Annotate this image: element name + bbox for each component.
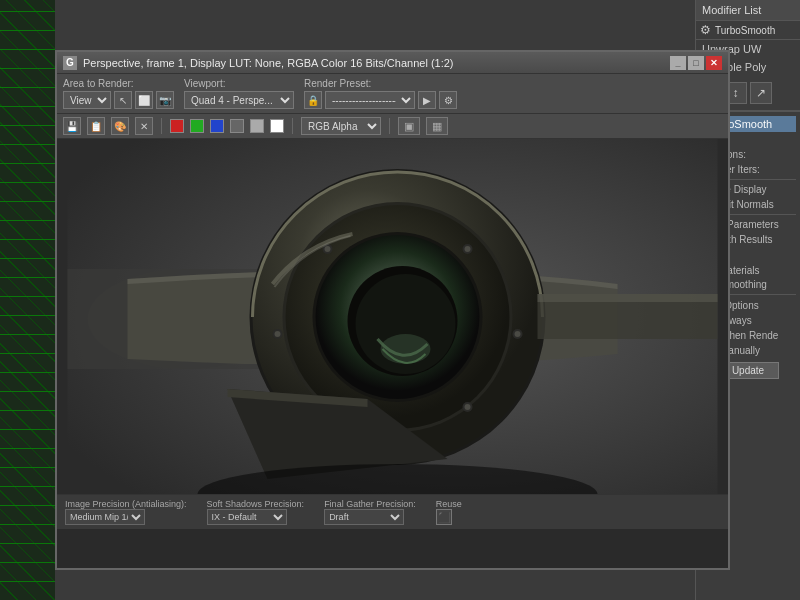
render-preset-label: Render Preset: [304,78,457,89]
render-canvas [57,139,728,494]
image-precision-label: Image Precision (Antialiasing): [65,499,187,509]
gear-icon[interactable]: ⚙ [700,23,711,37]
copy-icon-btn[interactable]: 📋 [87,117,105,135]
final-gather-select[interactable]: Draft [324,509,404,525]
color-icon-btn[interactable]: 🎨 [111,117,129,135]
blue-dot[interactable] [210,119,224,133]
viewport-label: Viewport: [184,78,294,89]
toolbar-divider2 [292,118,293,134]
render-app-icon: G [63,56,77,70]
render-toolbar1: Area to Render: View ↖ ⬜ 📷 Viewport: Qua… [57,74,728,114]
area-to-render-group: Area to Render: View ↖ ⬜ 📷 [63,78,174,109]
svg-point-16 [465,246,471,252]
viewport-select[interactable]: Quad 4 - Perspe... [184,91,294,109]
image-precision-group: Image Precision (Antialiasing): Medium M… [65,499,187,525]
cursor-icon-btn[interactable]: ↖ [114,91,132,109]
render-toolbar2: 💾 📋 🎨 ✕ RGB Alpha ▣ ▦ [57,114,728,139]
lock-icon-btn[interactable]: 🔒 [304,91,322,109]
render-preset-group: Render Preset: 🔒 -------------------- ▶ … [304,78,457,109]
reuse-group: Reuse ⬛ [436,499,462,525]
toolbar-divider3 [389,118,390,134]
white-dot[interactable] [270,119,284,133]
render-title-text: Perspective, frame 1, Display LUT: None,… [83,57,670,69]
svg-rect-26 [538,294,718,302]
toolbar-divider [161,118,162,134]
final-gather-label: Final Gather Precision: [324,499,416,509]
soft-shadows-group: Soft Shadows Precision: IX - Default [207,499,305,525]
render-window: G Perspective, frame 1, Display LUT: Non… [55,50,730,570]
render-titlebar: G Perspective, frame 1, Display LUT: Non… [57,52,728,74]
toolbar-cursor-btn[interactable]: ↗ [750,82,772,104]
camera-icon-btn[interactable]: 📷 [156,91,174,109]
render-settings-btn[interactable]: ⚙ [439,91,457,109]
svg-point-18 [275,331,281,337]
minimize-button[interactable]: _ [670,56,686,70]
close-button[interactable]: ✕ [706,56,722,70]
clear-icon-btn[interactable]: ✕ [135,117,153,135]
final-gather-group: Final Gather Precision: Draft [324,499,416,525]
modifier-item-turbosmooth-label: TurboSmooth [715,25,775,36]
render-svg [57,139,728,494]
svg-point-24 [465,404,471,410]
maximize-button[interactable]: □ [688,56,704,70]
viewport-group: Viewport: Quad 4 - Perspe... [184,78,294,109]
reuse-label: Reuse [436,499,462,509]
render-btn[interactable]: ▶ [418,91,436,109]
red-dot[interactable] [170,119,184,133]
mesh-display [0,0,55,600]
soft-shadows-label: Soft Shadows Precision: [207,499,305,509]
svg-point-20 [515,331,521,337]
single-view-btn[interactable]: ▦ [426,117,448,135]
area-to-render-label: Area to Render: [63,78,174,89]
modifier-list-header: Modifier List [696,0,800,21]
window-controls: _ □ ✕ [670,56,722,70]
render-statusbar: Image Precision (Antialiasing): Medium M… [57,494,728,529]
save-icon-btn[interactable]: 💾 [63,117,81,135]
channel-select[interactable]: RGB Alpha [301,117,381,135]
soft-shadows-select[interactable]: IX - Default [207,509,287,525]
svg-point-14 [325,246,331,252]
mono-dot[interactable] [230,119,244,133]
left-viewport [0,0,55,600]
alpha-dot[interactable] [250,119,264,133]
split-view-btn[interactable]: ▣ [398,117,420,135]
image-precision-select[interactable]: Medium Mip 1/4, May 4 [65,509,145,525]
green-dot[interactable] [190,119,204,133]
reuse-icon-btn[interactable]: ⬛ [436,509,452,525]
region-icon-btn[interactable]: ⬜ [135,91,153,109]
area-to-render-select[interactable]: View [63,91,111,109]
modifier-gear-row: ⚙ TurboSmooth [696,21,800,40]
render-preset-select[interactable]: -------------------- [325,91,415,109]
